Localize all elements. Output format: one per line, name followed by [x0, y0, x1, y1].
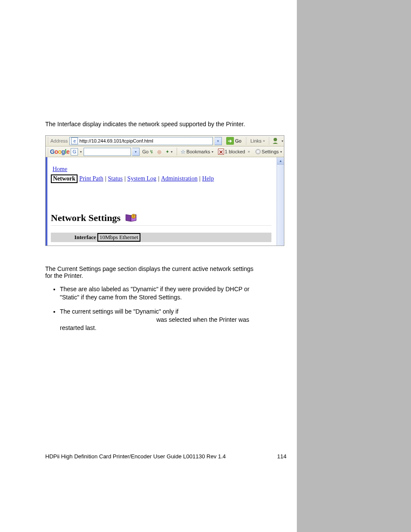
- address-label: Address: [50, 138, 68, 143]
- go-label: Go: [235, 138, 242, 143]
- popup-blocked-icon: [218, 149, 224, 155]
- toolbar-grip-4: [47, 148, 49, 155]
- google-go-button[interactable]: Go ↯: [141, 149, 155, 155]
- bullet-dynamic-only: The current settings will be "Dynamic" o…: [60, 308, 261, 332]
- footer-title: HDPii High Definition Card Printer/Encod…: [45, 453, 226, 460]
- google-g-button[interactable]: G: [71, 148, 78, 156]
- nav-tabs: Network Print Path| Status| System Log| …: [51, 174, 271, 183]
- links-menu[interactable]: Links »: [249, 138, 267, 143]
- nav-print-path-link[interactable]: Print Path: [79, 175, 103, 182]
- google-news-icon[interactable]: ◎: [156, 149, 163, 155]
- scroll-up-button[interactable]: ▴: [277, 157, 284, 165]
- page-content: Home Network Print Path| Status| System …: [46, 157, 277, 246]
- svg-text:?: ?: [133, 215, 134, 218]
- messenger-icon[interactable]: [271, 137, 279, 145]
- nav-help-link[interactable]: Help: [202, 175, 214, 182]
- nav-home-link[interactable]: Home: [53, 166, 67, 172]
- page-footer: HDPii High Definition Card Printer/Encod…: [45, 453, 286, 460]
- google-search-input[interactable]: [84, 148, 131, 156]
- toolbar-grip-2: [246, 137, 247, 144]
- bullet-dynamic-static: These are also labeled as "Dynamic" if t…: [60, 285, 261, 302]
- intro-text: The Interface display indicates the netw…: [45, 121, 261, 128]
- google-tools-icon[interactable]: ✦▼: [164, 149, 174, 155]
- nav-network-tab[interactable]: Network: [51, 174, 78, 183]
- dropdown-arrow-icon-2[interactable]: ▼: [79, 150, 82, 153]
- google-search-dropdown[interactable]: ▾: [132, 148, 140, 156]
- go-button[interactable]: ➔ Go: [224, 137, 244, 145]
- right-gray-margin: [297, 0, 411, 532]
- interface-row: Interface 10Mbps Ethernet: [51, 233, 271, 242]
- blocked-button[interactable]: 1 blocked: [217, 149, 246, 155]
- interface-label: Interface: [51, 234, 97, 241]
- page-heading: Network Settings: [51, 212, 121, 224]
- go-arrow-icon: ➔: [226, 137, 234, 145]
- bookmarks-button[interactable]: ☆Bookmarks▼: [179, 149, 215, 155]
- address-dropdown[interactable]: ▾: [215, 137, 222, 145]
- google-logo: Google: [50, 148, 69, 155]
- address-url: http://10.244.69.101/tcpipConf.html: [79, 138, 153, 143]
- nav-administration-link[interactable]: Administration: [161, 175, 198, 182]
- links-label: Links: [250, 138, 262, 143]
- toolbar-grip: [47, 137, 49, 144]
- toolbar-grip-3: [268, 137, 270, 144]
- chevron-right-icon-2[interactable]: »: [248, 149, 250, 154]
- bullet-list: These are also labeled as "Dynamic" if t…: [45, 285, 261, 332]
- vertical-scrollbar[interactable]: ▴: [277, 157, 284, 246]
- address-field[interactable]: e http://10.244.69.101/tcpipConf.html: [69, 137, 212, 145]
- browser-screenshot: Address e http://10.244.69.101/tcpipConf…: [45, 135, 284, 246]
- ie-page-icon: e: [71, 137, 78, 144]
- document-page: The Interface display indicates the netw…: [0, 0, 297, 355]
- google-toolbar: Google G▼ ▾ Go ↯ ◎ ✦▼ ☆Bookmarks▼ 1 bloc…: [46, 146, 284, 157]
- star-icon: ☆: [181, 149, 186, 155]
- interface-value: 10Mbps Ethernet: [97, 233, 140, 242]
- nav-system-log-link[interactable]: System Log: [128, 175, 156, 182]
- address-bar: Address e http://10.244.69.101/tcpipConf…: [46, 136, 284, 146]
- settings-icon: [255, 149, 261, 154]
- svg-point-0: [274, 138, 277, 141]
- chevron-right-icon: »: [263, 139, 265, 143]
- dropdown-arrow-icon[interactable]: ▼: [281, 140, 284, 143]
- nav-status-link[interactable]: Status: [108, 175, 123, 182]
- page-number: 114: [277, 453, 286, 460]
- book-help-icon[interactable]: ?: [125, 213, 138, 223]
- paragraph-current-settings: The Current Settings page section displa…: [45, 265, 261, 279]
- toolbar-separator: [177, 148, 177, 156]
- settings-button[interactable]: Settings▼: [254, 149, 284, 154]
